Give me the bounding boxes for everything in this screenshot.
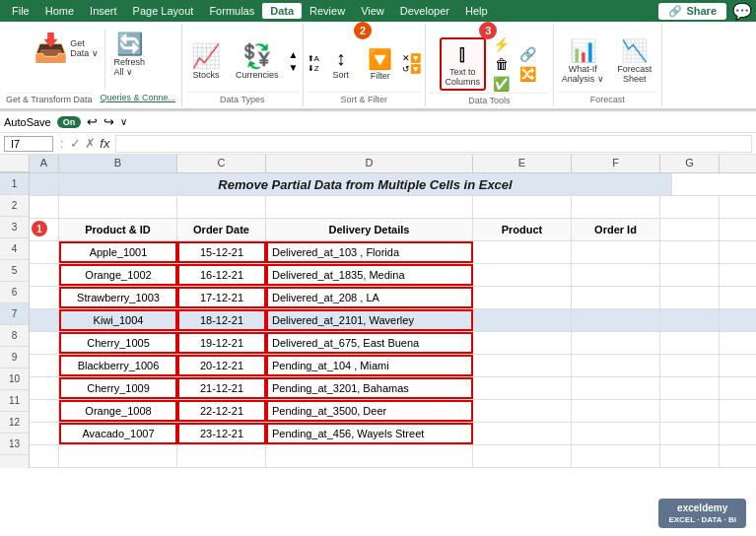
remove-duplicates-button[interactable]: 🗑: [490, 55, 513, 73]
cell-B8[interactable]: Cherry_1005: [59, 332, 177, 354]
text-to-columns-button[interactable]: ⫿ Text toColumns: [440, 37, 487, 91]
cell-E4[interactable]: [473, 241, 572, 263]
cell-G4[interactable]: [660, 241, 720, 263]
cell-F5[interactable]: [572, 264, 660, 286]
col-header-F[interactable]: F: [572, 155, 660, 172]
cell-E10[interactable]: [473, 377, 572, 399]
cell-B9[interactable]: Blackberry_1006: [59, 355, 177, 376]
menu-view[interactable]: View: [353, 3, 392, 19]
cell-F3[interactable]: Order Id: [572, 219, 660, 240]
cell-E11[interactable]: [473, 400, 572, 422]
cell-G7[interactable]: [660, 309, 720, 331]
cell-G2[interactable]: [660, 196, 720, 218]
cell-C9[interactable]: 20-12-21: [177, 355, 266, 376]
cell-E9[interactable]: [473, 355, 572, 376]
col-header-E[interactable]: E: [473, 155, 572, 172]
cell-A6[interactable]: [30, 287, 59, 308]
cell-D10[interactable]: Pending_at_3201, Bahamas: [266, 377, 473, 399]
share-button[interactable]: 🔗 Share: [658, 3, 726, 20]
cell-D13[interactable]: [266, 445, 473, 467]
cell-G8[interactable]: [660, 332, 720, 354]
cell-D2[interactable]: [266, 196, 473, 218]
cell-E3[interactable]: Product: [473, 219, 572, 240]
refresh-all-button[interactable]: 🔄 RefreshAll ∨: [107, 30, 152, 79]
cell-F12[interactable]: [572, 423, 660, 444]
undo-icon[interactable]: ↩: [87, 114, 98, 129]
cell-B3[interactable]: Product & ID: [59, 219, 177, 240]
cell-E5[interactable]: [473, 264, 572, 286]
cell-C10[interactable]: 21-12-21: [177, 377, 266, 399]
filter-reapply-icon[interactable]: ↺🔽: [402, 64, 421, 74]
cell-C7[interactable]: 18-12-21: [177, 309, 266, 331]
cell-F6[interactable]: [572, 287, 660, 308]
undo-arrow[interactable]: ∨: [120, 116, 127, 127]
col-header-G[interactable]: G: [660, 155, 720, 172]
col-header-A[interactable]: A: [30, 155, 59, 172]
cell-A13[interactable]: [30, 445, 59, 467]
cell-C11[interactable]: 22-12-21: [177, 400, 266, 422]
col-header-C[interactable]: C: [177, 155, 266, 172]
menu-developer[interactable]: Developer: [392, 3, 457, 19]
cell-G12[interactable]: [660, 423, 720, 444]
cell-C6[interactable]: 17-12-21: [177, 287, 266, 308]
filter-button[interactable]: 🔽 Filter: [363, 45, 398, 83]
cell-D6[interactable]: Delivered_at_208 , LA: [266, 287, 473, 308]
autosave-toggle[interactable]: On: [57, 116, 82, 128]
cell-C3[interactable]: Order Date: [177, 219, 266, 240]
forecast-sheet-button[interactable]: 📉 ForecastSheet: [612, 36, 657, 86]
cell-E12[interactable]: [473, 423, 572, 444]
cell-D8[interactable]: Delivered_at_675, East Buena: [266, 332, 473, 354]
menu-review[interactable]: Review: [302, 3, 353, 19]
cell-E7[interactable]: [473, 309, 572, 331]
cell-E6[interactable]: [473, 287, 572, 308]
cell-D12[interactable]: Pending_at_456, Wayels Street: [266, 423, 473, 444]
cell-B1[interactable]: Remove Partial Data from Multiple Cells …: [59, 173, 672, 195]
cell-B7[interactable]: Kiwi_1004: [59, 309, 177, 331]
cell-A11[interactable]: [30, 400, 59, 422]
cell-D5[interactable]: Delivered_at_1835, Medina: [266, 264, 473, 286]
cell-D9[interactable]: Pending_at_104 , Miami: [266, 355, 473, 376]
cell-B6[interactable]: Strawberry_1003: [59, 287, 177, 308]
formula-input[interactable]: [115, 135, 752, 153]
menu-home[interactable]: Home: [37, 3, 82, 19]
consolidate-button[interactable]: 🔗: [516, 45, 539, 63]
cell-E8[interactable]: [473, 332, 572, 354]
x-icon[interactable]: ✗: [85, 136, 96, 151]
data-validation-button[interactable]: ✅: [490, 75, 513, 93]
cell-E2[interactable]: [473, 196, 572, 218]
cell-D7[interactable]: Delivered_at_2101, Waverley: [266, 309, 473, 331]
cell-C5[interactable]: 16-12-21: [177, 264, 266, 286]
cell-A5[interactable]: [30, 264, 59, 286]
queries-conn-label[interactable]: Queries & Conne...: [101, 93, 176, 104]
get-data-button[interactable]: 📥 GetData ∨: [30, 30, 103, 66]
menu-formulas[interactable]: Formulas: [201, 3, 262, 19]
cell-F2[interactable]: [572, 196, 660, 218]
cell-F10[interactable]: [572, 377, 660, 399]
cell-C4[interactable]: 15-12-21: [177, 241, 266, 263]
menu-help[interactable]: Help: [457, 3, 496, 19]
cell-G11[interactable]: [660, 400, 720, 422]
cell-B4[interactable]: Apple_1001: [59, 241, 177, 263]
cell-G5[interactable]: [660, 264, 720, 286]
currencies-button[interactable]: 💱 Currencies: [232, 40, 283, 82]
cell-A4[interactable]: [30, 241, 59, 263]
cell-A1[interactable]: [30, 173, 59, 195]
comment-icon[interactable]: 💬: [732, 2, 752, 21]
cell-C8[interactable]: 19-12-21: [177, 332, 266, 354]
cell-A7[interactable]: [30, 309, 59, 331]
cell-A10[interactable]: [30, 377, 59, 399]
cell-B11[interactable]: Orange_1008: [59, 400, 177, 422]
menu-insert[interactable]: Insert: [82, 3, 125, 19]
cell-F7[interactable]: [572, 309, 660, 331]
sort-button[interactable]: ↕️ Sort: [323, 45, 359, 82]
cell-F11[interactable]: [572, 400, 660, 422]
cell-A8[interactable]: [30, 332, 59, 354]
cell-D3[interactable]: Delivery Details: [266, 219, 473, 240]
cell-D4[interactable]: Delivered_at_103 , Florida: [266, 241, 473, 263]
checkmark-icon[interactable]: ✓: [70, 136, 81, 151]
cell-B13[interactable]: [59, 445, 177, 467]
cell-G3[interactable]: [660, 219, 720, 240]
cell-A2[interactable]: [30, 196, 59, 218]
cell-C2[interactable]: [177, 196, 266, 218]
menu-file[interactable]: File: [4, 3, 37, 19]
